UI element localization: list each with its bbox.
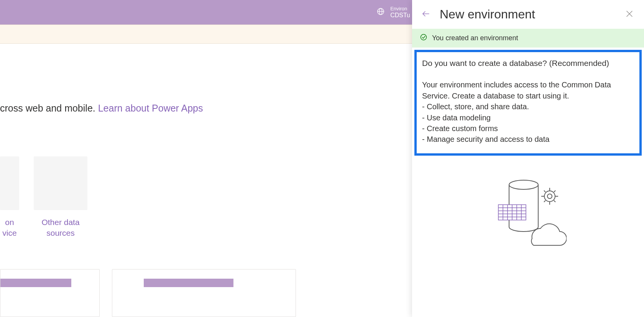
environment-label-block: Environ CDSTu bbox=[390, 6, 410, 19]
template-card[interactable] bbox=[0, 269, 100, 317]
create-database-prompt: Do you want to create a database? (Recom… bbox=[414, 50, 642, 156]
arrow-left-icon bbox=[421, 9, 430, 20]
template-cards bbox=[0, 269, 296, 317]
environment-label: Environ bbox=[390, 6, 410, 12]
prompt-question: Do you want to create a database? (Recom… bbox=[422, 57, 634, 69]
tile-caption: Other data sources bbox=[41, 217, 79, 239]
environment-switcher[interactable]: Environ CDSTu bbox=[376, 0, 410, 25]
data-source-tiles: on vice Other data sources bbox=[0, 156, 91, 239]
success-message: You created an environment bbox=[432, 34, 518, 42]
database-illustration bbox=[412, 177, 644, 246]
tile-other-data-sources[interactable]: Other data sources bbox=[30, 156, 91, 239]
notification-band bbox=[0, 25, 412, 44]
svg-point-7 bbox=[509, 180, 538, 189]
svg-point-6 bbox=[421, 34, 427, 40]
tile-caption: on vice bbox=[2, 217, 16, 239]
bullet-item: - Use data modeling bbox=[422, 112, 634, 123]
svg-line-14 bbox=[554, 191, 555, 192]
card-accent bbox=[144, 279, 233, 287]
svg-point-9 bbox=[547, 194, 552, 199]
close-button[interactable] bbox=[623, 7, 636, 22]
bullet-item: - Create custom forms bbox=[422, 123, 634, 134]
card-accent bbox=[0, 279, 71, 287]
prompt-description: Your environment includes access to the … bbox=[422, 79, 634, 101]
prompt-bullets: - Collect, store, and share data. - Use … bbox=[422, 101, 634, 145]
success-banner: You created an environment bbox=[412, 29, 644, 48]
bullet-item: - Collect, store, and share data. bbox=[422, 101, 634, 112]
panel-title: New environment bbox=[440, 7, 616, 21]
svg-line-17 bbox=[544, 200, 545, 202]
tile-thumbnail bbox=[0, 156, 19, 210]
svg-point-8 bbox=[544, 191, 555, 202]
bullet-item: - Manage security and access to data bbox=[422, 134, 634, 145]
svg-line-15 bbox=[544, 191, 545, 192]
tile-common-data-service[interactable]: on vice bbox=[0, 156, 19, 239]
checkmark-circle-icon bbox=[420, 33, 427, 43]
svg-line-16 bbox=[554, 200, 555, 202]
template-card[interactable] bbox=[112, 269, 296, 317]
database-cloud-icon bbox=[490, 177, 567, 246]
main-description-text: cross web and mobile. bbox=[0, 103, 98, 113]
environment-name: CDSTu bbox=[390, 11, 410, 19]
learn-power-apps-link[interactable]: Learn about Power Apps bbox=[98, 103, 203, 113]
back-button[interactable] bbox=[419, 7, 433, 22]
new-environment-panel: New environment You created an environme… bbox=[412, 0, 644, 317]
close-icon bbox=[625, 9, 634, 20]
panel-header: New environment bbox=[412, 0, 644, 29]
globe-icon bbox=[376, 7, 385, 17]
main-description: cross web and mobile. Learn about Power … bbox=[0, 103, 203, 114]
tile-thumbnail bbox=[34, 156, 87, 210]
